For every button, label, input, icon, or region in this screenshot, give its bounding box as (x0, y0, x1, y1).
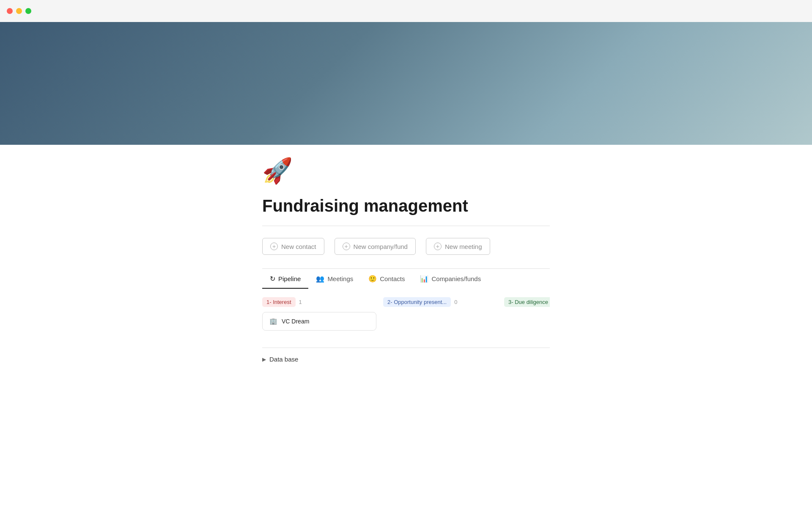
companies-icon: 📊 (420, 275, 428, 283)
column-tag-due-diligence: 3- Due diligence (504, 297, 550, 307)
tab-companies-label: Companies/funds (431, 275, 481, 282)
pipeline-card-vc-dream[interactable]: 🏢 VC Dream (262, 312, 376, 331)
tab-contacts[interactable]: 🙂 Contacts (361, 269, 412, 289)
column-count-interest: 1 (299, 299, 302, 305)
new-company-button[interactable]: + New company/fund (335, 238, 416, 255)
tab-companies[interactable]: 📊 Companies/funds (412, 269, 488, 289)
column-count-opportunity: 0 (454, 299, 457, 305)
column-header-interest: 1- Interest 1 (262, 297, 376, 307)
column-header-opportunity: 2- Opportunity present... 0 (383, 297, 497, 307)
hero-banner (0, 22, 812, 145)
pipeline-column-due-diligence: 3- Due diligence 0 (504, 297, 550, 312)
pipeline-board: 1- Interest 1 🏢 VC Dream 2- Opportunity … (262, 297, 550, 331)
new-contact-label: New contact (281, 243, 316, 250)
contacts-icon: 🙂 (368, 275, 377, 283)
tab-contacts-label: Contacts (380, 275, 405, 282)
tabs-row: ↻ Pipeline 👥 Meetings 🙂 Contacts 📊 Compa… (262, 269, 550, 289)
tab-meetings-label: Meetings (327, 275, 353, 282)
new-meeting-label: New meeting (445, 243, 482, 250)
main-content: 🚀 Fundraising management + New contact +… (110, 145, 702, 363)
database-section: ▶ Data base (262, 348, 550, 363)
building-icon: 🏢 (269, 318, 277, 325)
meetings-icon: 👥 (316, 275, 324, 283)
plus-icon: + (270, 243, 278, 250)
page-icon-area: 🚀 (262, 145, 550, 190)
page-title: Fundraising management (262, 196, 550, 215)
tab-meetings[interactable]: 👥 Meetings (308, 269, 361, 289)
column-header-due-diligence: 3- Due diligence 0 (504, 297, 550, 307)
card-name-vc-dream: VC Dream (282, 318, 309, 325)
database-label: Data base (269, 356, 298, 363)
column-tag-opportunity: 2- Opportunity present... (383, 297, 451, 307)
new-company-label: New company/fund (354, 243, 408, 250)
plus-icon: + (434, 243, 442, 250)
chevron-right-icon: ▶ (262, 356, 266, 362)
pipeline-column-interest: 1- Interest 1 🏢 VC Dream (262, 297, 376, 331)
pipeline-icon: ↻ (270, 275, 275, 283)
tab-pipeline[interactable]: ↻ Pipeline (262, 269, 308, 289)
title-divider (262, 226, 550, 226)
database-toggle[interactable]: ▶ Data base (262, 356, 550, 363)
column-tag-interest: 1- Interest (262, 297, 296, 307)
titlebar (0, 0, 812, 22)
pipeline-column-opportunity: 2- Opportunity present... 0 (383, 297, 497, 312)
close-button[interactable] (7, 8, 13, 14)
new-meeting-button[interactable]: + New meeting (426, 238, 490, 255)
rocket-emoji: 🚀 (262, 157, 293, 184)
tab-pipeline-label: Pipeline (278, 275, 301, 282)
plus-icon: + (343, 243, 350, 250)
new-contact-button[interactable]: + New contact (262, 238, 324, 255)
minimize-button[interactable] (16, 8, 22, 14)
action-buttons-row: + New contact + New company/fund + New m… (262, 238, 550, 255)
maximize-button[interactable] (25, 8, 31, 14)
